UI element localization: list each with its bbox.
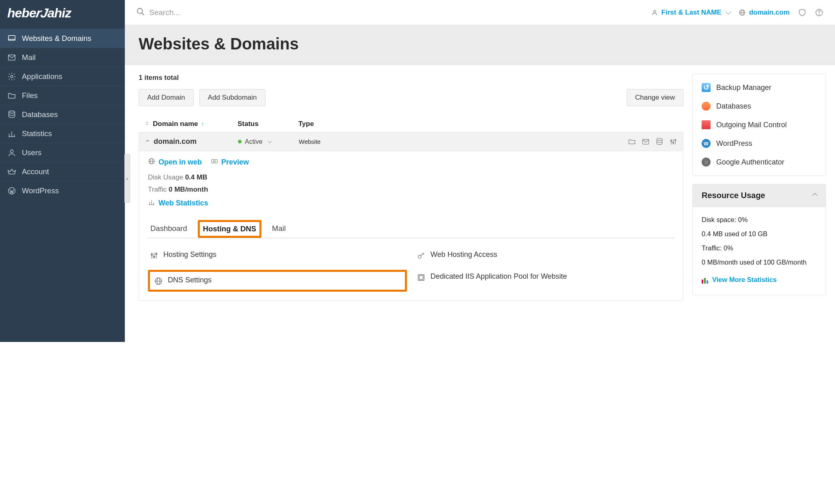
person-icon bbox=[651, 9, 658, 16]
help-icon[interactable] bbox=[815, 8, 824, 17]
status-pill[interactable]: Active bbox=[238, 138, 271, 145]
domain-label: domain.com bbox=[749, 9, 790, 17]
user-menu[interactable]: First & Last NAME bbox=[651, 9, 730, 17]
globe-icon bbox=[148, 158, 155, 167]
eye-icon bbox=[211, 158, 218, 167]
view-more-statistics-link[interactable]: View More Statistics bbox=[702, 273, 777, 287]
user-icon bbox=[7, 148, 16, 157]
sidebar-collapse-handle[interactable]: ‹ bbox=[124, 154, 130, 203]
change-view-button[interactable]: Change view bbox=[627, 89, 683, 106]
sidebar-item-label: Mail bbox=[22, 53, 36, 62]
chevron-up-icon bbox=[812, 193, 818, 198]
items-total: 1 items total bbox=[139, 74, 683, 82]
collapse-row-icon[interactable] bbox=[145, 138, 150, 145]
sidebar-item-mail[interactable]: Mail bbox=[0, 48, 125, 67]
table-header: Domain name ↑ Status Type bbox=[139, 116, 683, 132]
sidebar-item-wordpress[interactable]: WordPress bbox=[0, 181, 125, 200]
authenticator-icon bbox=[702, 158, 711, 167]
brand-logo: heberJahiz bbox=[0, 0, 125, 29]
sidebar-item-databases[interactable]: Databases bbox=[0, 105, 125, 124]
mail-icon bbox=[702, 120, 711, 129]
domain-row[interactable]: domain.com Active Website bbox=[139, 132, 683, 151]
domain-detail: Open in web Preview Disk Usage 0.4 MB Tr… bbox=[139, 151, 683, 301]
user-name: First & Last NAME bbox=[662, 9, 722, 17]
sliders-icon[interactable] bbox=[669, 138, 677, 146]
tab-dashboard[interactable]: Dashboard bbox=[148, 220, 190, 238]
content-main: 1 items total Add Domain Add Subdomain C… bbox=[139, 74, 683, 303]
expand-all-icon[interactable] bbox=[144, 120, 150, 128]
database-icon bbox=[7, 110, 16, 119]
type-text: Website bbox=[299, 138, 628, 145]
setting-dns-settings[interactable]: DNS Settings bbox=[148, 270, 407, 292]
main-area: ‹ First & Last NAME domain.com Websites … bbox=[125, 0, 835, 342]
shield-icon[interactable] bbox=[798, 8, 807, 17]
disk-space-detail: 0.4 MB used of 10 GB bbox=[702, 227, 817, 241]
sidebar-item-label: Applications bbox=[22, 72, 62, 81]
svg-point-42 bbox=[418, 255, 421, 258]
sidebar-item-statistics[interactable]: Statistics bbox=[0, 124, 125, 143]
col-status-label[interactable]: Status bbox=[238, 120, 298, 128]
setting-iis-pool[interactable]: Dedicated IIS Application Pool for Websi… bbox=[415, 270, 674, 292]
setting-hosting-settings[interactable]: Hosting Settings bbox=[148, 248, 407, 263]
side-link-databases[interactable]: Databases bbox=[693, 97, 826, 115]
sidebar-item-users[interactable]: Users bbox=[0, 143, 125, 162]
crown-icon bbox=[7, 167, 16, 176]
svg-point-3 bbox=[11, 75, 13, 78]
search-input[interactable] bbox=[149, 8, 271, 17]
add-domain-button[interactable]: Add Domain bbox=[139, 89, 194, 106]
sidebar-item-account[interactable]: Account bbox=[0, 162, 125, 181]
svg-rect-0 bbox=[9, 36, 15, 41]
disk-usage-line: Disk Usage 0.4 MB bbox=[148, 173, 674, 182]
wordpress-icon bbox=[7, 186, 16, 195]
sidebar-item-label: Files bbox=[22, 91, 38, 100]
col-type-label[interactable]: Type bbox=[298, 120, 678, 128]
svg-point-13 bbox=[653, 10, 655, 12]
windows-icon bbox=[417, 273, 426, 282]
tab-hosting-dns[interactable]: Hosting & DNS bbox=[198, 220, 262, 238]
tab-mail[interactable]: Mail bbox=[270, 220, 288, 238]
bars-icon bbox=[702, 276, 709, 284]
chevron-down-icon bbox=[268, 139, 272, 143]
monitor-icon bbox=[7, 34, 16, 43]
resource-panel-header[interactable]: Resource Usage bbox=[693, 184, 826, 207]
setting-web-hosting-access[interactable]: Web Hosting Access bbox=[415, 248, 674, 263]
resource-usage-panel: Resource Usage Disk space: 0% 0.4 MB use… bbox=[692, 184, 826, 295]
side-link-outgoing-mail[interactable]: Outgoing Mail Control bbox=[693, 115, 826, 134]
svg-point-18 bbox=[819, 14, 819, 15]
col-domain-label[interactable]: Domain name bbox=[153, 120, 198, 128]
preview-link[interactable]: Preview bbox=[211, 158, 249, 167]
database-icon[interactable] bbox=[655, 138, 664, 146]
sidebar-item-files[interactable]: Files bbox=[0, 86, 125, 105]
domain-menu[interactable]: domain.com bbox=[739, 9, 790, 17]
svg-rect-30 bbox=[212, 160, 217, 163]
page-title: Websites & Domains bbox=[139, 35, 821, 53]
bars-icon bbox=[7, 129, 16, 138]
side-link-google-authenticator[interactable]: Google Authenticator bbox=[693, 153, 826, 171]
sidebar: heberJahiz Websites & Domains Mail Appli… bbox=[0, 0, 125, 342]
sliders-icon bbox=[150, 251, 158, 260]
database-icon bbox=[702, 102, 711, 111]
sidebar-item-label: Websites & Domains bbox=[22, 34, 91, 43]
files-icon[interactable] bbox=[628, 138, 636, 146]
settings-grid: Hosting Settings Web Hosting Access DNS … bbox=[148, 248, 674, 292]
search-wrap bbox=[136, 7, 643, 17]
svg-line-12 bbox=[142, 13, 144, 15]
mail-icon[interactable] bbox=[642, 138, 650, 146]
open-in-web-link[interactable]: Open in web bbox=[148, 158, 202, 167]
page-title-bar: Websites & Domains bbox=[125, 25, 835, 65]
side-link-backup-manager[interactable]: ↺ Backup Manager bbox=[693, 78, 826, 97]
status-text: Active bbox=[245, 138, 263, 145]
web-statistics-link[interactable]: Web Statistics bbox=[148, 199, 208, 208]
detail-tabs: Dashboard Hosting & DNS Mail bbox=[148, 218, 674, 238]
add-subdomain-button[interactable]: Add Subdomain bbox=[199, 89, 265, 106]
wordpress-icon: W bbox=[702, 139, 711, 148]
status-dot-icon bbox=[238, 140, 242, 143]
sort-asc-icon: ↑ bbox=[201, 121, 204, 127]
traffic-line: Traffic: 0% bbox=[702, 241, 817, 255]
gear-icon bbox=[7, 72, 16, 81]
action-row: Add Domain Add Subdomain Change view bbox=[139, 89, 683, 106]
side-link-wordpress[interactable]: W WordPress bbox=[693, 134, 826, 153]
sidebar-item-websites-domains[interactable]: Websites & Domains bbox=[0, 29, 125, 48]
sidebar-item-label: Users bbox=[22, 148, 41, 157]
sidebar-item-applications[interactable]: Applications bbox=[0, 67, 125, 86]
